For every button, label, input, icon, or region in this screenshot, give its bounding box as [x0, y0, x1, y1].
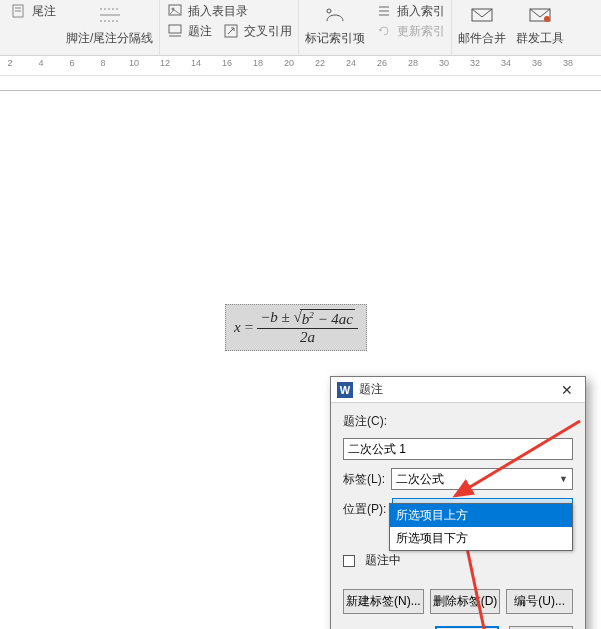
insert-index-icon	[375, 2, 393, 20]
chevron-down-icon: ▼	[559, 472, 568, 486]
exclude-checkbox-label: 题注中	[365, 552, 401, 569]
ruler: 2468101214161820222426283032343638	[0, 56, 601, 76]
label-select-value: 二次公式	[396, 472, 444, 486]
ribbon-group-footnote: 尾注 脚注/尾注分隔线	[4, 0, 160, 55]
crossref-button[interactable]: 交叉引用	[222, 22, 292, 40]
ruler-tick: 6	[69, 58, 74, 68]
ruler-tick: 16	[222, 58, 232, 68]
caption-field-label: 题注(C):	[343, 413, 387, 430]
ruler-tick: 24	[346, 58, 356, 68]
insert-tof-label: 插入表目录	[188, 3, 248, 20]
mark-entry-button[interactable]: 标记索引项	[305, 2, 365, 47]
crossref-label: 交叉引用	[244, 23, 292, 40]
tof-icon	[166, 2, 184, 20]
ruler-tick: 2	[7, 58, 12, 68]
mass-tools-button[interactable]: 群发工具	[516, 2, 564, 47]
separator-icon	[97, 2, 123, 28]
numbering-button[interactable]: 编号(U)...	[506, 589, 573, 614]
ruler-tick: 14	[191, 58, 201, 68]
position-option-below[interactable]: 所选项目下方	[390, 527, 572, 550]
endnote-button[interactable]: 尾注	[10, 2, 56, 20]
ruler-tick: 32	[470, 58, 480, 68]
equation-fraction: −b ± √ b2 − 4ac 2a	[257, 309, 358, 346]
caption-button[interactable]: 题注	[166, 22, 212, 40]
document-area: x = −b ± √ b2 − 4ac 2a W 题注 ✕ 题注(C): 二次公	[0, 76, 601, 629]
equation-sqrt: √ b2 − 4ac	[294, 309, 356, 328]
dialog-body: 题注(C): 二次公式 1 标签(L): 二次公式 ▼ 位置(P): 所选项目下…	[331, 403, 585, 629]
insert-tof-button[interactable]: 插入表目录	[166, 2, 292, 20]
mark-entry-label: 标记索引项	[305, 30, 365, 47]
ribbon-group-index: 标记索引项 插入索引 更新索引	[299, 0, 452, 55]
page-top-edge	[0, 90, 601, 91]
ruler-tick: 36	[532, 58, 542, 68]
svg-point-11	[327, 9, 331, 13]
equation-neg-b: −b ±	[260, 309, 290, 325]
mass-envelope-icon	[527, 2, 553, 28]
crossref-icon	[222, 22, 240, 40]
position-dropdown: 所选项目上方 所选项目下方	[389, 503, 573, 551]
update-index-button: 更新索引	[375, 22, 445, 40]
ruler-tick: 20	[284, 58, 294, 68]
insert-index-button[interactable]: 插入索引	[375, 2, 445, 20]
update-index-label: 更新索引	[397, 23, 445, 40]
ruler-tick: 28	[408, 58, 418, 68]
ruler-tick: 26	[377, 58, 387, 68]
svg-point-17	[544, 16, 550, 22]
update-index-icon	[375, 22, 393, 40]
ruler-tick: 34	[501, 58, 511, 68]
mailmerge-button[interactable]: 邮件合并	[458, 2, 506, 47]
equation-eq: =	[245, 319, 253, 336]
endnote-label: 尾注	[32, 3, 56, 20]
ruler-tick: 18	[253, 58, 263, 68]
equation-lhs: x	[234, 319, 241, 336]
ribbon-group-mail: 邮件合并 群发工具	[452, 0, 570, 55]
equation-4ac: − 4ac	[317, 311, 353, 327]
equation-denominator: 2a	[297, 329, 318, 346]
caption-label: 题注	[188, 23, 212, 40]
caption-input[interactable]: 二次公式 1	[343, 438, 573, 460]
dialog-title-text: 题注	[359, 381, 549, 398]
footnote-separator-label: 脚注/尾注分隔线	[66, 30, 153, 47]
envelope-icon	[469, 2, 495, 28]
endnote-icon	[10, 2, 28, 20]
position-option-above[interactable]: 所选项目上方	[390, 504, 572, 527]
ribbon: 尾注 脚注/尾注分隔线 插入表目录	[0, 0, 601, 56]
position-field-label: 位置(P):	[343, 501, 386, 518]
mailmerge-label: 邮件合并	[458, 30, 506, 47]
exclude-checkbox[interactable]	[343, 555, 355, 567]
ruler-tick: 12	[160, 58, 170, 68]
mass-tools-label: 群发工具	[516, 30, 564, 47]
dialog-titlebar[interactable]: W 题注 ✕	[331, 377, 585, 403]
ruler-tick: 38	[563, 58, 573, 68]
equation-object[interactable]: x = −b ± √ b2 − 4ac 2a	[225, 304, 367, 351]
close-icon[interactable]: ✕	[555, 382, 579, 398]
new-label-button[interactable]: 新建标签(N)...	[343, 589, 424, 614]
word-icon: W	[337, 382, 353, 398]
insert-index-label: 插入索引	[397, 3, 445, 20]
svg-rect-8	[169, 25, 181, 33]
caption-icon	[166, 22, 184, 40]
label-select[interactable]: 二次公式 ▼	[391, 468, 573, 490]
mark-entry-icon	[322, 2, 348, 28]
delete-label-button[interactable]: 删除标签(D)	[430, 589, 501, 614]
ruler-tick: 4	[38, 58, 43, 68]
footnote-separator-button[interactable]: 脚注/尾注分隔线	[66, 2, 153, 47]
ruler-tick: 10	[129, 58, 139, 68]
ruler-tick: 30	[439, 58, 449, 68]
label-field-label: 标签(L):	[343, 471, 385, 488]
ribbon-group-caption: 插入表目录 题注 交叉引用	[160, 0, 299, 55]
ruler-tick: 22	[315, 58, 325, 68]
caption-dialog: W 题注 ✕ 题注(C): 二次公式 1 标签(L): 二次公式 ▼ 位置(P)…	[330, 376, 586, 629]
ruler-tick: 8	[100, 58, 105, 68]
